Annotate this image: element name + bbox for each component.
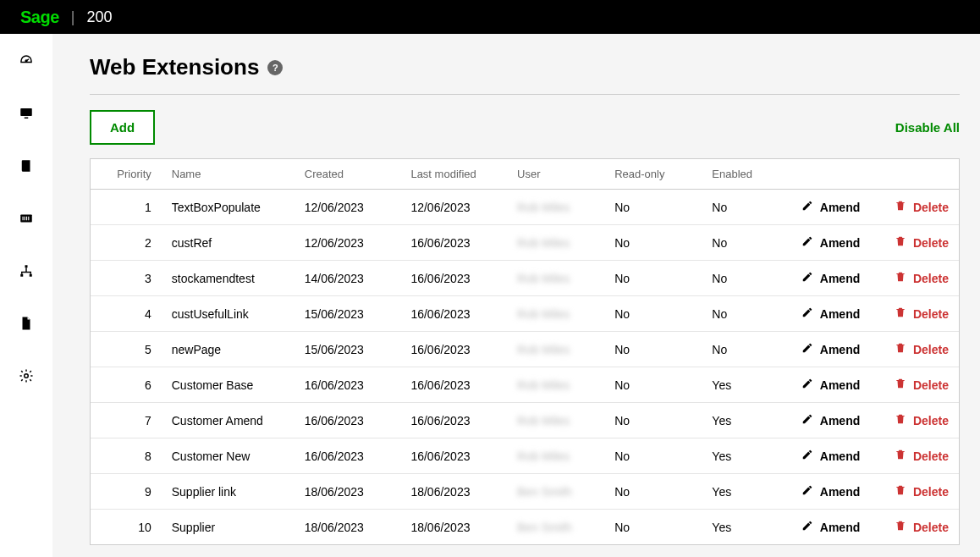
table-row: 4custUsefulLink15/06/202316/06/2023Rob M…: [91, 296, 959, 332]
delete-button[interactable]: Delete: [880, 449, 949, 463]
trash-icon: [895, 520, 906, 534]
col-delete: [870, 159, 959, 190]
svg-rect-8: [25, 265, 27, 267]
col-created[interactable]: Created: [295, 159, 401, 190]
cell-priority: 3: [91, 261, 162, 296]
cell-modified: 16/06/2023: [400, 332, 507, 367]
dashboard-icon[interactable]: [18, 52, 35, 69]
cell-priority: 9: [91, 474, 162, 510]
table-row: 7Customer Amend16/06/202316/06/2023Rob M…: [91, 403, 959, 438]
cell-created: 18/06/2023: [295, 474, 401, 510]
table-row: 5newPage15/06/202316/06/2023Rob MilesNoN…: [91, 332, 959, 367]
delete-button[interactable]: Delete: [880, 235, 949, 250]
cell-amend: Amend: [782, 367, 871, 403]
cell-enabled: No: [702, 225, 781, 261]
cell-amend: Amend: [782, 438, 871, 474]
amend-button[interactable]: Amend: [792, 413, 861, 427]
amend-button[interactable]: Amend: [792, 342, 861, 356]
col-name[interactable]: Name: [162, 159, 295, 190]
amend-button[interactable]: Amend: [792, 378, 861, 392]
cell-amend: Amend: [782, 510, 871, 545]
brand-logo: Sage: [20, 8, 59, 27]
cell-created: 15/06/2023: [295, 332, 401, 367]
amend-label: Amend: [820, 236, 860, 250]
delete-label: Delete: [913, 449, 949, 463]
cell-name: Supplier: [162, 510, 295, 545]
amend-button[interactable]: Amend: [792, 449, 861, 463]
cell-priority: 2: [91, 225, 162, 261]
trash-icon: [895, 378, 906, 392]
amend-button[interactable]: Amend: [792, 271, 861, 285]
cell-user: Rob Miles: [507, 225, 604, 261]
col-priority[interactable]: Priority: [91, 159, 162, 190]
cell-name: stockamendtest: [162, 261, 295, 296]
pencil-icon: [801, 520, 813, 534]
cell-name: Customer New: [162, 438, 295, 474]
col-modified[interactable]: Last modified: [400, 159, 507, 190]
col-amend: [782, 159, 871, 190]
cell-created: 18/06/2023: [295, 510, 401, 545]
delete-button[interactable]: Delete: [880, 413, 949, 427]
amend-button[interactable]: Amend: [792, 520, 861, 534]
cell-modified: 16/06/2023: [400, 403, 507, 438]
document-icon[interactable]: [18, 315, 35, 332]
delete-button[interactable]: Delete: [880, 520, 949, 534]
col-enabled[interactable]: Enabled: [702, 159, 781, 190]
sitemap-icon[interactable]: [18, 262, 35, 279]
amend-button[interactable]: Amend: [792, 235, 861, 250]
pencil-icon: [801, 235, 813, 250]
table-row: 9Supplier link18/06/202318/06/2023Ben Sm…: [91, 474, 959, 510]
cell-priority: 10: [91, 510, 162, 545]
trash-icon: [895, 449, 906, 463]
delete-button[interactable]: Delete: [880, 271, 949, 285]
cell-created: 14/06/2023: [295, 261, 401, 296]
cell-delete: Delete: [870, 510, 959, 545]
amend-label: Amend: [820, 485, 860, 499]
amend-label: Amend: [820, 307, 860, 321]
delete-label: Delete: [913, 521, 949, 534]
cell-user: Ben Smith: [507, 474, 604, 510]
help-icon[interactable]: ?: [267, 60, 283, 75]
delete-button[interactable]: Delete: [880, 306, 949, 321]
pencil-icon: [801, 342, 813, 356]
pencil-icon: [801, 200, 813, 214]
cell-amend: Amend: [782, 225, 871, 261]
pencil-icon: [801, 271, 813, 285]
delete-button[interactable]: Delete: [880, 342, 949, 356]
cell-user: Rob Miles: [507, 367, 604, 403]
table-row: 2custRef12/06/202316/06/2023Rob MilesNoN…: [91, 225, 959, 261]
delete-button[interactable]: Delete: [880, 200, 949, 214]
cell-enabled: Yes: [702, 367, 781, 403]
cell-created: 16/06/2023: [295, 438, 401, 474]
monitor-icon[interactable]: [18, 105, 35, 122]
cell-readonly: No: [604, 403, 702, 438]
pencil-icon: [801, 413, 813, 427]
amend-button[interactable]: Amend: [792, 484, 861, 499]
extensions-grid: Priority Name Created Last modified User…: [90, 158, 960, 545]
cell-amend: Amend: [782, 190, 871, 225]
delete-label: Delete: [913, 307, 949, 321]
amend-label: Amend: [820, 414, 860, 427]
amend-button[interactable]: Amend: [792, 306, 861, 321]
delete-button[interactable]: Delete: [880, 378, 949, 392]
amend-button[interactable]: Amend: [792, 200, 861, 214]
amend-label: Amend: [820, 272, 860, 285]
svg-rect-9: [20, 274, 23, 277]
add-button[interactable]: Add: [90, 110, 155, 145]
disable-all-button[interactable]: Disable All: [895, 120, 960, 135]
cell-enabled: No: [702, 332, 781, 367]
trash-icon: [895, 342, 906, 356]
cell-created: 15/06/2023: [295, 296, 401, 332]
book-icon[interactable]: [18, 157, 35, 174]
cell-name: Customer Base: [162, 367, 295, 403]
barcode-icon[interactable]: [18, 210, 35, 227]
col-user[interactable]: User: [507, 159, 604, 190]
cell-name: custRef: [162, 225, 295, 261]
col-readonly[interactable]: Read-only: [604, 159, 702, 190]
delete-button[interactable]: Delete: [880, 484, 949, 499]
gear-icon[interactable]: [18, 367, 35, 384]
delete-label: Delete: [913, 236, 949, 250]
cell-readonly: No: [604, 190, 702, 225]
cell-enabled: No: [702, 261, 781, 296]
cell-enabled: Yes: [702, 403, 781, 438]
